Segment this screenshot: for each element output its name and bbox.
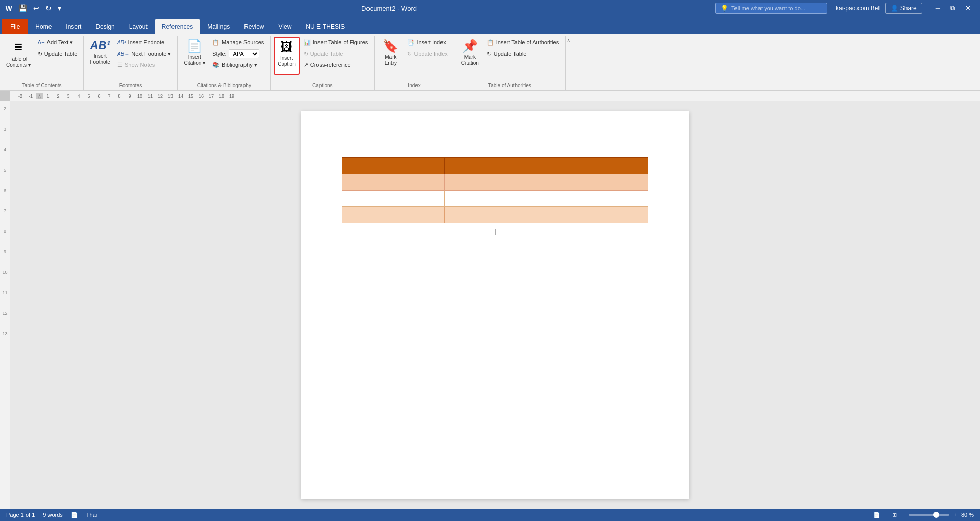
- insert-index-button[interactable]: 📑 Insert Index: [404, 37, 450, 48]
- group-table-of-contents: ≡ Table ofContents ▾ A+ Add Text ▾ ↻ Upd…: [0, 36, 84, 90]
- table-cell: [546, 174, 648, 191]
- update-table-button[interactable]: ↻ Update Table: [35, 48, 81, 59]
- tab-insert[interactable]: Insert: [59, 19, 88, 34]
- update-table-cap-label: Update Table: [310, 51, 344, 57]
- zoom-slider[interactable]: [909, 514, 949, 516]
- quick-access-toolbar: 💾 ↩ ↻ ▾: [16, 3, 63, 13]
- group-toc-content: ≡ Table ofContents ▾ A+ Add Text ▾ ↻ Upd…: [3, 37, 80, 81]
- tab-view[interactable]: View: [272, 19, 299, 34]
- zoom-minus-button[interactable]: ─: [901, 512, 905, 518]
- table-cell: [444, 158, 546, 174]
- next-footnote-label: Next Footnote ▾: [131, 51, 171, 57]
- insert-endnote-label: Insert Endnote: [128, 39, 165, 45]
- share-label: Share: [900, 5, 917, 12]
- tab-references[interactable]: References: [155, 19, 200, 34]
- username: kai-pao.com Bell: [836, 5, 881, 12]
- captions-stack: 📊 Insert Table of Figures ↻ Update Table…: [301, 37, 372, 70]
- insert-footnote-button[interactable]: AB¹ InsertFootnote: [87, 37, 113, 75]
- style-row: Style: APA MLA Chicago: [209, 48, 267, 59]
- document-area[interactable]: |: [10, 101, 980, 509]
- status-left: Page 1 of 1 9 words 📄 Thai: [6, 512, 97, 518]
- word-app-icon: W: [4, 4, 13, 13]
- cursor-area: |: [342, 228, 648, 235]
- mark-entry-button[interactable]: 🔖 MarkEntry: [378, 37, 403, 75]
- tab-nu-ethesis[interactable]: NU E-THESIS: [299, 19, 352, 34]
- table-cell: [342, 191, 445, 207]
- style-dropdown[interactable]: APA MLA Chicago: [229, 49, 259, 58]
- zoom-level[interactable]: 80 %: [961, 512, 974, 518]
- mark-entry-label: MarkEntry: [385, 54, 397, 66]
- mark-citation-button[interactable]: 📌 MarkCitation: [457, 37, 483, 75]
- bibliography-button[interactable]: 📚 Bibliography ▾: [209, 59, 267, 70]
- update-table-authorities-button[interactable]: ↻ Update Table: [484, 48, 562, 59]
- table-of-contents-button[interactable]: ≡ Table ofContents ▾: [3, 37, 34, 75]
- table-cell: [546, 158, 648, 174]
- save-button[interactable]: 💾: [16, 3, 29, 13]
- group-footnotes-label: Footnotes: [87, 81, 174, 90]
- insert-footnote-label: InsertFootnote: [90, 53, 110, 65]
- add-text-button[interactable]: A+ Add Text ▾: [35, 37, 81, 48]
- restore-button[interactable]: ⧉: [945, 2, 960, 14]
- zoom-thumb[interactable]: [933, 512, 939, 518]
- update-table-captions-button: ↻ Update Table: [301, 48, 372, 59]
- tab-design[interactable]: Design: [88, 19, 121, 34]
- insert-caption-icon: 🖼: [281, 40, 293, 54]
- tab-file[interactable]: File: [2, 19, 28, 34]
- language[interactable]: Thai: [86, 512, 97, 518]
- lightbulb-icon: 💡: [721, 5, 728, 12]
- ribbon-tab-bar: File Home Insert Design Layout Reference…: [0, 16, 980, 34]
- search-placeholder: Tell me what you want to do...: [731, 5, 805, 11]
- table-cell: [546, 191, 648, 207]
- ribbon-collapse[interactable]: ∧: [566, 36, 571, 90]
- insert-table-of-figures-button[interactable]: 📊 Insert Table of Figures: [301, 37, 372, 48]
- manage-sources-button[interactable]: 📋 Manage Sources: [209, 37, 267, 48]
- title-bar-left: W 💾 ↩ ↻ ▾: [4, 3, 63, 13]
- show-notes-label: Show Notes: [125, 62, 155, 68]
- tab-mailings[interactable]: Mailings: [200, 19, 237, 34]
- insert-table-of-authorities-button[interactable]: 📋 Insert Table of Authorities: [484, 37, 562, 48]
- minimize-button[interactable]: ─: [930, 2, 945, 14]
- group-toc-label: Table of Contents: [3, 81, 80, 90]
- document-check-icon[interactable]: 📄: [71, 512, 78, 518]
- mark-citation-label: MarkCitation: [461, 54, 479, 66]
- redo-button[interactable]: ↻: [43, 3, 54, 13]
- group-citations: 📄 InsertCitation ▾ 📋 Manage Sources Styl…: [178, 36, 271, 90]
- close-button[interactable]: ✕: [960, 2, 976, 14]
- zoom-plus-button[interactable]: +: [953, 512, 957, 518]
- table-row-4: [342, 207, 648, 223]
- quick-access-dropdown[interactable]: ▾: [56, 3, 63, 13]
- status-bar: Page 1 of 1 9 words 📄 Thai 📄 ≡ ⊞ ─ + 80 …: [0, 509, 980, 521]
- group-citations-label: Citations & Bibliography: [181, 81, 267, 90]
- insert-citation-button[interactable]: 📄 InsertCitation ▾: [181, 37, 208, 75]
- manage-sources-icon: 📋: [212, 39, 219, 46]
- title-bar: W 💾 ↩ ↻ ▾ Document2 - Word 💡 Tell me wha…: [0, 0, 980, 16]
- insert-caption-button[interactable]: 🖼 InsertCaption: [274, 37, 299, 75]
- group-index-label: Index: [378, 81, 450, 90]
- web-view-button[interactable]: ≡: [885, 512, 888, 518]
- tab-review[interactable]: Review: [237, 19, 271, 34]
- insert-endnote-icon: AB¹: [117, 40, 126, 45]
- tab-home[interactable]: Home: [28, 19, 59, 34]
- tell-me-search[interactable]: 💡 Tell me what you want to do...: [715, 3, 827, 14]
- table-cell: [444, 207, 546, 223]
- add-text-label: Add Text ▾: [47, 39, 74, 46]
- insert-index-icon: 📑: [407, 39, 414, 46]
- group-captions: 🖼 InsertCaption 📊 Insert Table of Figure…: [271, 36, 375, 90]
- group-captions-content: 🖼 InsertCaption 📊 Insert Table of Figure…: [274, 37, 371, 81]
- group-toa-content: 📌 MarkCitation 📋 Insert Table of Authori…: [457, 37, 562, 81]
- document-page: |: [301, 111, 689, 499]
- share-button[interactable]: 👤 Share: [885, 3, 922, 14]
- update-index-label: Update Index: [414, 51, 447, 57]
- next-footnote-button[interactable]: AB→ Next Footnote ▾: [114, 48, 174, 59]
- undo-button[interactable]: ↩: [31, 3, 41, 13]
- cross-reference-button[interactable]: ↗ Cross-reference: [301, 59, 372, 70]
- ribbon: ≡ Table ofContents ▾ A+ Add Text ▾ ↻ Upd…: [0, 34, 980, 91]
- insert-endnote-button[interactable]: AB¹ Insert Endnote: [114, 37, 174, 48]
- tab-layout[interactable]: Layout: [122, 19, 155, 34]
- cross-reference-label: Cross-reference: [310, 62, 351, 68]
- print-layout-view-button[interactable]: 📄: [873, 512, 880, 518]
- footnotes-stack: AB¹ Insert Endnote AB→ Next Footnote ▾ ☰…: [114, 37, 174, 70]
- table-cell: [444, 191, 546, 207]
- show-notes-icon: ☰: [117, 62, 122, 68]
- read-mode-button[interactable]: ⊞: [892, 512, 897, 518]
